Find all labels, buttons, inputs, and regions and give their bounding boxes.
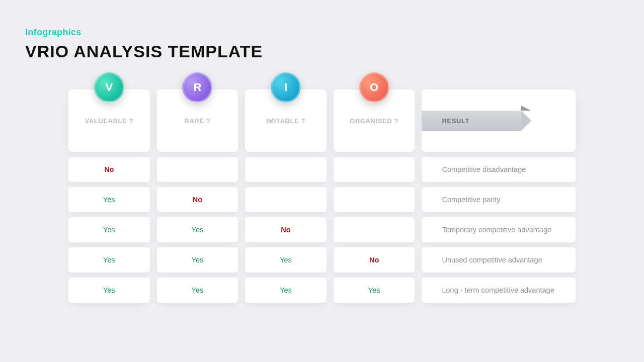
value: Yes bbox=[368, 286, 380, 294]
badge-r: R bbox=[182, 72, 212, 103]
badge-o-letter: O bbox=[370, 81, 378, 94]
badge-r-letter: R bbox=[193, 81, 201, 94]
value: Yes bbox=[103, 196, 115, 204]
cell-r-0 bbox=[157, 157, 238, 182]
header-imitable: I IMITABLE ? bbox=[245, 89, 327, 152]
column-imitable: I IMITABLE ? No Yes Yes bbox=[245, 89, 327, 303]
cell-result-2: Temporary competitive advantage bbox=[422, 217, 576, 242]
badge-i: I bbox=[271, 72, 301, 103]
badge-o: O bbox=[359, 72, 389, 103]
cell-r-1: No bbox=[157, 187, 238, 212]
badge-v: V bbox=[94, 72, 124, 103]
header-result: RESULT bbox=[422, 89, 576, 152]
result-text: Long - term competitive advantage bbox=[442, 286, 554, 294]
value: No bbox=[193, 196, 202, 204]
column-valuable: V VALUEABLE ? No Yes Yes Yes Yes bbox=[68, 89, 150, 303]
cell-r-4: Yes bbox=[157, 278, 238, 303]
value: Yes bbox=[103, 256, 115, 264]
cell-v-4: Yes bbox=[68, 278, 150, 303]
value: No bbox=[104, 165, 114, 173]
value: No bbox=[369, 256, 379, 264]
value: No bbox=[281, 226, 290, 234]
cell-o-4: Yes bbox=[334, 278, 415, 303]
label-rare: RARE ? bbox=[184, 117, 210, 125]
cell-i-0 bbox=[245, 157, 327, 182]
header-organised: O ORGANISED ? bbox=[334, 89, 415, 152]
cell-result-1: Competitive parity bbox=[422, 187, 576, 212]
result-text: Competitive disadvantage bbox=[442, 165, 526, 173]
label-result: RESULT bbox=[442, 117, 469, 125]
column-result: RESULT Competitive disadvantage Competit… bbox=[422, 89, 576, 303]
value: Yes bbox=[280, 286, 292, 294]
value: Yes bbox=[103, 286, 115, 294]
cell-o-3: No bbox=[334, 247, 415, 273]
result-text: Unused competitive advantage bbox=[442, 256, 542, 264]
result-ribbon: RESULT bbox=[422, 111, 521, 131]
ribbon-fold bbox=[521, 106, 531, 111]
result-text: Competitive parity bbox=[442, 196, 500, 204]
cell-result-3: Unused competitive advantage bbox=[422, 247, 576, 273]
value: Yes bbox=[103, 226, 115, 234]
column-organised: O ORGANISED ? No Yes bbox=[334, 89, 415, 303]
cell-v-0: No bbox=[68, 157, 150, 182]
cell-v-1: Yes bbox=[68, 187, 150, 212]
cell-i-2: No bbox=[245, 217, 327, 242]
value: Yes bbox=[192, 256, 204, 264]
column-rare: R RARE ? No Yes Yes Yes bbox=[157, 89, 238, 303]
cell-v-3: Yes bbox=[68, 247, 150, 273]
page-title: VRIO ANALYSIS TEMPLATE bbox=[25, 42, 619, 61]
header-valuable: V VALUEABLE ? bbox=[68, 89, 150, 152]
cell-result-0: Competitive disadvantage bbox=[422, 157, 576, 182]
cell-r-3: Yes bbox=[157, 247, 238, 273]
value: Yes bbox=[192, 226, 204, 234]
header-rare: R RARE ? bbox=[157, 89, 238, 152]
value: Yes bbox=[280, 256, 292, 264]
cell-i-1 bbox=[245, 187, 327, 212]
label-imitable: IMITABLE ? bbox=[266, 117, 305, 125]
vrio-slide: Infographics VRIO ANALYSIS TEMPLATE V VA… bbox=[0, 0, 644, 362]
cell-o-1 bbox=[334, 187, 415, 212]
value: Yes bbox=[192, 286, 204, 294]
cell-i-4: Yes bbox=[245, 278, 327, 303]
result-text: Temporary competitive advantage bbox=[442, 226, 551, 234]
cell-r-2: Yes bbox=[157, 217, 238, 242]
cell-result-4: Long - term competitive advantage bbox=[422, 278, 576, 303]
kicker: Infographics bbox=[25, 27, 619, 38]
cell-o-2 bbox=[334, 217, 415, 242]
badge-i-letter: I bbox=[284, 81, 287, 94]
vrio-matrix: V VALUEABLE ? No Yes Yes Yes Yes R RARE … bbox=[25, 89, 619, 303]
label-valuable: VALUEABLE ? bbox=[85, 117, 133, 125]
cell-o-0 bbox=[334, 157, 415, 182]
cell-v-2: Yes bbox=[68, 217, 150, 242]
label-organised: ORGANISED ? bbox=[350, 117, 398, 125]
badge-v-letter: V bbox=[105, 81, 113, 94]
cell-i-3: Yes bbox=[245, 247, 327, 273]
